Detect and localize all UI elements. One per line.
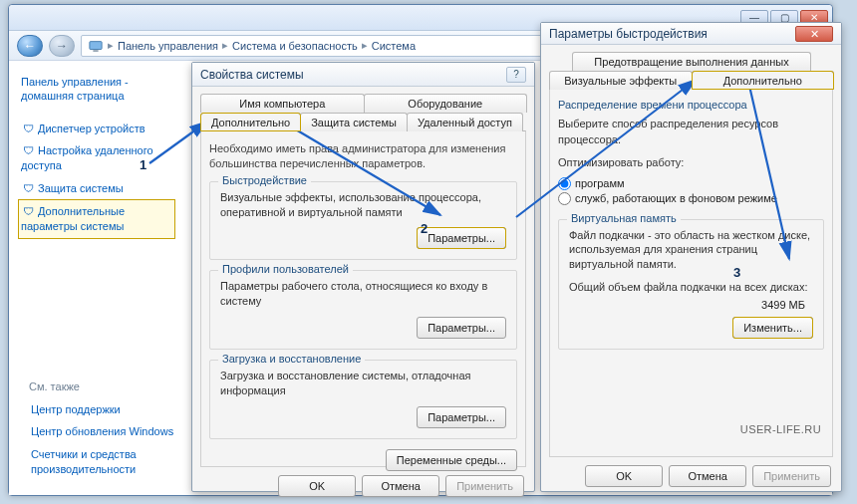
dlg1-title: Свойства системы (200, 68, 304, 82)
shield-icon: 🛡 (21, 204, 35, 219)
sidebar-home-link[interactable]: Панель управления - домашняя страница (19, 71, 174, 108)
radio-services[interactable]: служб, работающих в фоновом режиме (558, 192, 777, 205)
performance-options-dialog: Параметры быстродействия ✕ Предотвращени… (540, 22, 842, 492)
group-vm-title: Виртуальная память (567, 212, 681, 224)
vm-change-button[interactable]: Изменить... (732, 317, 813, 339)
tab-remote[interactable]: Удаленный доступ (407, 113, 523, 131)
watermark: USER-LIFE.RU (740, 423, 821, 435)
svg-rect-0 (90, 41, 102, 49)
group-startup-desc: Загрузка и восстановление системы, отлад… (220, 369, 506, 398)
dlg1-titlebar: Свойства системы ? (192, 63, 534, 87)
see-also-title: См. также (29, 380, 198, 392)
dlg1-apply-button[interactable]: Применить (445, 475, 524, 497)
radio-programs[interactable]: программ (558, 177, 625, 190)
crumb-system[interactable]: Система (372, 40, 416, 52)
svg-rect-1 (93, 50, 98, 51)
tab-computer-name[interactable]: Имя компьютера (200, 94, 365, 113)
nav-forward-button[interactable]: → (49, 35, 75, 57)
sidebar-item-protection[interactable]: 🛡Защита системы (19, 177, 174, 200)
sidebar-item-device-manager[interactable]: 🛡Диспетчер устройств (19, 118, 174, 140)
sched-heading: Распределение времени процессора (558, 98, 824, 113)
tab-dep[interactable]: Предотвращение выполнения данных (572, 52, 811, 71)
dlg2-cancel-button[interactable]: Отмена (669, 465, 746, 487)
profiles-settings-button[interactable]: Параметры... (417, 317, 506, 339)
tab-advanced[interactable]: Дополнительно (200, 113, 301, 131)
sched-desc: Выберите способ распределения ресурсов п… (558, 117, 824, 147)
crumb-control-panel[interactable]: Панель управления (118, 40, 218, 52)
sidebar-item-remote[interactable]: 🛡Настройка удаленного доступа (19, 139, 174, 177)
vm-total-value: 3499 МБ (761, 299, 805, 311)
group-vm-desc: Файл подкачки - это область на жестком д… (569, 228, 813, 273)
vm-total-label: Общий объем файла подкачки на всех диска… (569, 280, 813, 295)
computer-icon (88, 38, 104, 54)
seealso-windows-update[interactable]: Центр обновления Windows (29, 420, 198, 443)
dlg2-titlebar: Параметры быстродействия ✕ (541, 23, 841, 45)
startup-settings-button[interactable]: Параметры... (417, 406, 506, 428)
group-startup: Загрузка и восстановление Загрузка и вос… (209, 360, 517, 439)
nav-back-button[interactable]: ← (17, 35, 43, 57)
group-performance-desc: Визуальные эффекты, использование процес… (220, 190, 506, 220)
see-also-section: См. также Центр поддержки Центр обновлен… (29, 380, 198, 481)
group-performance-title: Быстродействие (218, 174, 311, 186)
group-profiles-title: Профили пользователей (218, 263, 353, 275)
crumb-sep: ▸ (108, 39, 114, 52)
group-profiles: Профили пользователей Параметры рабочего… (209, 270, 517, 350)
seealso-perf-counters[interactable]: Счетчики и средства производительности (29, 443, 198, 481)
dlg2-close-button[interactable]: ✕ (795, 26, 833, 42)
dlg1-help-button[interactable]: ? (506, 67, 526, 83)
shield-icon: 🛡 (21, 122, 35, 136)
dlg2-ok-button[interactable]: OK (585, 465, 663, 487)
tab-protection[interactable]: Защита системы (300, 113, 408, 131)
group-profiles-desc: Параметры рабочего стола, относящиеся ко… (220, 279, 506, 309)
shield-icon: 🛡 (21, 143, 35, 158)
group-startup-title: Загрузка и восстановление (218, 353, 365, 365)
dlg2-title: Параметры быстродействия (549, 27, 708, 41)
crumb-system-security[interactable]: Система и безопасность (232, 40, 358, 52)
env-vars-button[interactable]: Переменные среды... (386, 449, 517, 471)
dlg2-apply-button[interactable]: Применить (752, 465, 831, 487)
dlg1-cancel-button[interactable]: Отмена (362, 475, 439, 497)
seealso-action-center[interactable]: Центр поддержки (29, 398, 198, 421)
annotation-2: 2 (421, 221, 428, 236)
annotation-3: 3 (733, 265, 740, 280)
admin-note: Необходимо иметь права администратора дл… (209, 141, 517, 171)
sidebar-item-advanced[interactable]: 🛡Дополнительные параметры системы (19, 200, 174, 238)
sched-opt-label: Оптимизировать работу: (558, 155, 824, 170)
shield-icon: 🛡 (21, 181, 35, 196)
tab-visual-effects[interactable]: Визуальные эффекты (549, 71, 693, 90)
performance-settings-button[interactable]: Параметры... (417, 227, 506, 249)
system-properties-dialog: Свойства системы ? Имя компьютера Оборуд… (191, 62, 535, 492)
annotation-1: 1 (140, 157, 146, 172)
dlg1-ok-button[interactable]: OK (278, 475, 356, 497)
tab-hardware[interactable]: Оборудование (364, 94, 528, 113)
group-virtual-memory: Виртуальная память Файл подкачки - это о… (558, 219, 824, 351)
group-performance: Быстродействие Визуальные эффекты, испол… (209, 181, 517, 261)
tab-perf-advanced[interactable]: Дополнительно (692, 71, 835, 90)
